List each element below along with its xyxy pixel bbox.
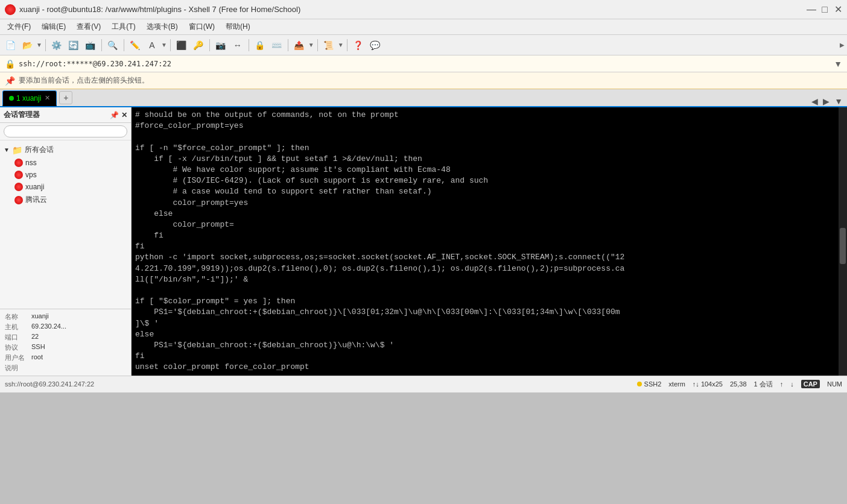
info-label-host: 主机 <box>5 323 27 332</box>
open-arrow[interactable]: ▼ <box>36 42 42 48</box>
info-value-host: 69.230.24... <box>31 323 66 332</box>
status-down-arrow[interactable]: ↓ <box>790 380 794 388</box>
status-up-arrow[interactable]: ↑ <box>780 380 784 388</box>
font-button[interactable]: A <box>144 37 160 53</box>
tab-prev-button[interactable]: ◀ <box>810 96 820 106</box>
terminal-scrollbar[interactable] <box>839 107 847 376</box>
info-value-port: 22 <box>31 333 39 342</box>
screenshot-button[interactable]: 📷 <box>213 37 229 53</box>
arrows-button[interactable]: ↔️ <box>230 37 246 53</box>
tab-xuanji[interactable]: 1 xuanji ✕ <box>2 90 57 106</box>
title-text: xuanji - root@ubuntu18: /var/www/html/pl… <box>19 5 300 14</box>
ssh-status-icon <box>637 382 642 386</box>
info-row-protocol: 协议 SSH <box>5 342 126 353</box>
maximize-button[interactable]: □ <box>820 5 829 14</box>
sep7 <box>288 39 288 51</box>
folder-icon: 📁 <box>12 145 22 155</box>
open-button[interactable]: 📂 <box>19 37 35 53</box>
sidebar-header: 会话管理器 📌 ✕ <box>0 107 131 123</box>
title-bar: xuanji - root@ubuntu18: /var/www/html/pl… <box>0 0 847 19</box>
menu-item-f[interactable]: 文件(F) <box>2 20 36 33</box>
sidebar-label-vps: vps <box>25 171 37 179</box>
tab-active-dot <box>9 96 14 101</box>
info-bar: 📌 要添加当前会话，点击左侧的箭头按钮。 <box>0 72 847 89</box>
session-icon-tencentcloud <box>14 196 23 204</box>
tab-nav: ◀ ▶ ▼ <box>810 96 845 106</box>
status-size-label: ↑↓ 104x25 <box>693 380 723 388</box>
status-pos-label: 25,38 <box>730 380 747 388</box>
terminal-wrapper: # should be on the output of commands, n… <box>132 107 847 376</box>
pin-icon: 📌 <box>5 76 15 86</box>
help-button[interactable]: ❓ <box>351 37 366 53</box>
sep6 <box>249 39 249 51</box>
sep5 <box>209 39 210 51</box>
lock-button[interactable]: 🔒 <box>252 37 268 53</box>
info-value-username: root <box>31 353 43 362</box>
info-row-username: 用户名 root <box>5 353 126 363</box>
scripting-arrow[interactable]: ▼ <box>338 42 344 48</box>
sidebar-item-tencentcloud[interactable]: 腾讯云 <box>0 193 131 207</box>
find-button[interactable]: 🔍 <box>105 37 121 53</box>
info-label-name: 名称 <box>5 312 27 321</box>
session-icon-vps <box>14 171 23 179</box>
key-button[interactable]: 🔑 <box>191 37 206 53</box>
sep9 <box>347 39 347 51</box>
compose-button[interactable]: ✏️ <box>127 37 143 53</box>
info-row-note: 说明 <box>5 363 126 373</box>
status-right: SSH2 xterm ↑↓ 104x25 25,38 1 会话 ↑ ↓ CAP … <box>637 380 842 389</box>
font-arrow[interactable]: ▼ <box>161 42 167 48</box>
scripting-button[interactable]: 📜 <box>321 37 337 53</box>
sidebar-item-all-sessions[interactable]: ▼ 📁 所有会话 <box>0 143 131 157</box>
sidebar-tree: ▼ 📁 所有会话 nss vps xuanji <box>0 140 131 309</box>
sidebar-search <box>0 123 131 140</box>
status-ssh-label: SSH2 <box>644 380 662 388</box>
refresh-button[interactable]: 🔄 <box>66 37 81 53</box>
address-bar: 🔒 ssh://root:******@69.230.241.247:22 ▼ <box>0 55 847 72</box>
menu-item-e[interactable]: 编辑(E) <box>37 20 71 33</box>
new-tab-button[interactable]: + <box>59 91 72 104</box>
tab-menu-button[interactable]: ▼ <box>833 96 845 106</box>
keyboard-button[interactable]: ⌨️ <box>269 37 285 53</box>
sidebar-item-vps[interactable]: vps <box>0 169 131 181</box>
menu-item-w[interactable]: 窗口(W) <box>184 20 220 33</box>
xshell-icon <box>5 4 16 15</box>
close-button[interactable]: ✕ <box>834 5 842 14</box>
minimize-button[interactable]: — <box>807 5 816 14</box>
lock-icon: 🔒 <box>5 59 15 69</box>
chat-button[interactable]: 💬 <box>367 37 383 53</box>
terminal[interactable]: # should be on the output of commands, n… <box>132 107 839 376</box>
tab-close-button[interactable]: ✕ <box>45 94 50 102</box>
stop-button[interactable]: ⬛ <box>174 37 189 53</box>
menu-item-b[interactable]: 选项卡(B) <box>142 20 183 33</box>
sidebar-search-input[interactable] <box>4 125 127 137</box>
scroll-thumb[interactable] <box>840 228 846 264</box>
address-dropdown-icon[interactable]: ▼ <box>834 59 842 69</box>
monitor-button[interactable]: 📺 <box>83 37 98 53</box>
info-row-name: 名称 xuanji <box>5 312 126 322</box>
sidebar-header-icons: 📌 ✕ <box>110 111 127 119</box>
new-button[interactable]: 📄 <box>2 37 18 53</box>
sidebar-item-xuanji[interactable]: xuanji <box>0 181 131 193</box>
collapse-icon: ▼ <box>4 146 10 153</box>
tab-next-button[interactable]: ▶ <box>821 96 831 106</box>
transfer-arrow[interactable]: ▼ <box>308 42 314 48</box>
menu-item-v[interactable]: 查看(V) <box>72 20 106 33</box>
sidebar-item-nss[interactable]: nss <box>0 157 131 169</box>
toolbar: 📄 📂 ▼ ⚙️ 🔄 📺 🔍 ✏️ A ▼ ⬛ 🔑 📷 ↔️ 🔒 ⌨️ 📤 ▼ … <box>0 35 847 55</box>
sidebar-close-button[interactable]: ✕ <box>121 111 127 119</box>
transfer-button[interactable]: 📤 <box>291 37 307 53</box>
sidebar-title: 会话管理器 <box>4 110 40 120</box>
info-row-host: 主机 69.230.24... <box>5 322 126 332</box>
sidebar-pin-button[interactable]: 📌 <box>110 111 119 119</box>
sep1 <box>45 39 46 51</box>
menu-item-h[interactable]: 帮助(H) <box>221 20 255 33</box>
address-text: ssh://root:******@69.230.241.247:22 <box>19 60 171 68</box>
info-label-protocol: 协议 <box>5 343 27 352</box>
status-bar: ssh://root@69.230.241.247:22 SSH2 xterm … <box>0 376 847 392</box>
tab-bar: 1 xuanji ✕ + ◀ ▶ ▼ <box>0 89 847 107</box>
status-sessions-label: 1 会话 <box>754 380 773 389</box>
menu-item-t[interactable]: 工具(T) <box>107 20 140 33</box>
sep3 <box>124 39 124 51</box>
toolbar-end-arrow[interactable]: ▶ <box>840 42 845 48</box>
properties-button[interactable]: ⚙️ <box>49 37 65 53</box>
